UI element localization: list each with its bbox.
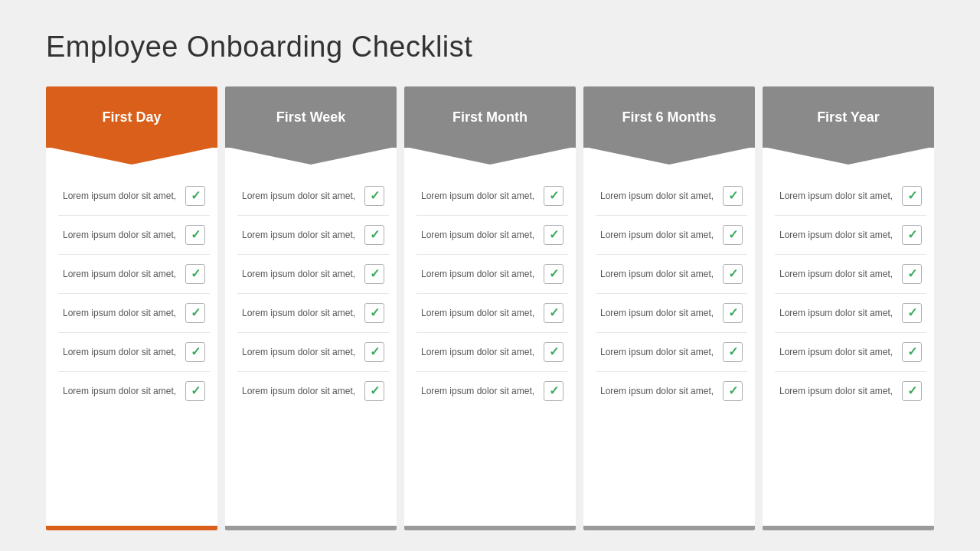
checkbox[interactable]: ✓ [902, 186, 922, 206]
item-text: Lorem ipsum dolor sit amet, [600, 190, 717, 203]
checkbox[interactable]: ✓ [544, 303, 564, 323]
column-header-first-week: First Week [225, 86, 397, 148]
checkmark-icon: ✓ [728, 307, 738, 319]
checkmark-icon: ✓ [191, 385, 201, 397]
checkmark-icon: ✓ [728, 346, 738, 358]
checkmark-icon: ✓ [191, 268, 201, 280]
column-body-first-day: Lorem ipsum dolor sit amet,✓Lorem ipsum … [46, 148, 217, 526]
checkbox[interactable]: ✓ [544, 381, 564, 401]
item-text: Lorem ipsum dolor sit amet, [242, 229, 358, 242]
checkmark-icon: ✓ [370, 268, 380, 280]
checkbox[interactable]: ✓ [723, 186, 743, 206]
column-footer-first-month [404, 526, 576, 530]
list-item: Lorem ipsum dolor sit amet,✓ [775, 372, 926, 410]
list-item: Lorem ipsum dolor sit amet,✓ [596, 177, 747, 216]
checkmark-icon: ✓ [370, 346, 380, 358]
checkmark-icon: ✓ [370, 229, 380, 241]
checkmark-icon: ✓ [370, 307, 380, 319]
checkbox[interactable]: ✓ [723, 303, 743, 323]
checkbox[interactable]: ✓ [185, 264, 205, 284]
checkbox[interactable]: ✓ [185, 186, 205, 206]
column-header-first-year: First Year [763, 86, 934, 148]
column-header-text-first-month: First Month [452, 109, 528, 126]
item-text: Lorem ipsum dolor sit amet, [600, 268, 717, 281]
list-item: Lorem ipsum dolor sit amet,✓ [775, 294, 926, 333]
checkmark-icon: ✓ [191, 190, 201, 202]
item-text: Lorem ipsum dolor sit amet, [63, 190, 179, 203]
item-text: Lorem ipsum dolor sit amet, [779, 229, 896, 242]
list-item: Lorem ipsum dolor sit amet,✓ [416, 372, 568, 410]
checkbox[interactable]: ✓ [902, 342, 922, 362]
item-text: Lorem ipsum dolor sit amet, [600, 385, 717, 398]
checkmark-icon: ✓ [907, 385, 917, 397]
checkmark-icon: ✓ [191, 307, 201, 319]
item-text: Lorem ipsum dolor sit amet, [242, 346, 358, 359]
list-item: Lorem ipsum dolor sit amet,✓ [237, 216, 389, 255]
item-text: Lorem ipsum dolor sit amet, [421, 307, 537, 320]
checkbox[interactable]: ✓ [364, 381, 384, 401]
list-item: Lorem ipsum dolor sit amet,✓ [58, 177, 210, 216]
checkmark-icon: ✓ [907, 229, 917, 241]
checkbox[interactable]: ✓ [544, 342, 564, 362]
checkbox[interactable]: ✓ [364, 303, 384, 323]
item-text: Lorem ipsum dolor sit amet, [779, 385, 896, 398]
checkbox[interactable]: ✓ [185, 381, 205, 401]
checkbox[interactable]: ✓ [723, 225, 743, 245]
item-text: Lorem ipsum dolor sit amet, [421, 346, 537, 359]
item-text: Lorem ipsum dolor sit amet, [63, 307, 179, 320]
column-footer-first-day [46, 526, 217, 530]
list-item: Lorem ipsum dolor sit amet,✓ [775, 255, 926, 294]
checkmark-icon: ✓ [191, 229, 201, 241]
checkbox[interactable]: ✓ [185, 303, 205, 323]
checkbox[interactable]: ✓ [185, 225, 205, 245]
checkbox[interactable]: ✓ [544, 264, 564, 284]
item-text: Lorem ipsum dolor sit amet, [421, 268, 537, 281]
list-item: Lorem ipsum dolor sit amet,✓ [416, 255, 568, 294]
column-body-first-month: Lorem ipsum dolor sit amet,✓Lorem ipsum … [404, 148, 576, 526]
list-item: Lorem ipsum dolor sit amet,✓ [596, 333, 747, 372]
checkmark-icon: ✓ [728, 385, 738, 397]
checkbox[interactable]: ✓ [185, 342, 205, 362]
list-item: Lorem ipsum dolor sit amet,✓ [775, 177, 926, 216]
column-footer-first-year [763, 526, 934, 530]
checkbox[interactable]: ✓ [723, 342, 743, 362]
column-body-first-week: Lorem ipsum dolor sit amet,✓Lorem ipsum … [225, 148, 397, 526]
checkbox[interactable]: ✓ [364, 225, 384, 245]
checkmark-icon: ✓ [370, 190, 380, 202]
column-first-year: First YearLorem ipsum dolor sit amet,✓Lo… [763, 86, 934, 530]
checkbox[interactable]: ✓ [544, 186, 564, 206]
checkmark-icon: ✓ [191, 346, 201, 358]
column-first-6months: First 6 MonthsLorem ipsum dolor sit amet… [583, 86, 755, 530]
checkbox[interactable]: ✓ [902, 303, 922, 323]
checkbox[interactable]: ✓ [902, 381, 922, 401]
checkmark-icon: ✓ [549, 229, 559, 241]
item-text: Lorem ipsum dolor sit amet, [242, 190, 358, 203]
checkbox[interactable]: ✓ [364, 186, 384, 206]
item-text: Lorem ipsum dolor sit amet, [600, 229, 717, 242]
column-header-text-first-year: First Year [817, 109, 880, 126]
list-item: Lorem ipsum dolor sit amet,✓ [237, 177, 389, 216]
checkmark-icon: ✓ [549, 385, 559, 397]
list-item: Lorem ipsum dolor sit amet,✓ [596, 255, 747, 294]
item-text: Lorem ipsum dolor sit amet, [779, 346, 896, 359]
column-body-first-year: Lorem ipsum dolor sit amet,✓Lorem ipsum … [763, 148, 934, 526]
column-header-text-first-week: First Week [276, 109, 346, 126]
checkbox[interactable]: ✓ [902, 264, 922, 284]
checkmark-icon: ✓ [907, 190, 917, 202]
checkmark-icon: ✓ [370, 385, 380, 397]
checkbox[interactable]: ✓ [544, 225, 564, 245]
item-text: Lorem ipsum dolor sit amet, [63, 346, 179, 359]
column-body-first-6months: Lorem ipsum dolor sit amet,✓Lorem ipsum … [583, 148, 755, 526]
checkbox[interactable]: ✓ [902, 225, 922, 245]
item-text: Lorem ipsum dolor sit amet, [421, 190, 537, 203]
list-item: Lorem ipsum dolor sit amet,✓ [58, 255, 210, 294]
checkbox[interactable]: ✓ [723, 381, 743, 401]
slide: Employee Onboarding Checklist First DayL… [0, 0, 980, 551]
checkbox[interactable]: ✓ [364, 342, 384, 362]
checkmark-icon: ✓ [907, 346, 917, 358]
list-item: Lorem ipsum dolor sit amet,✓ [416, 216, 568, 255]
list-item: Lorem ipsum dolor sit amet,✓ [237, 255, 389, 294]
checkbox[interactable]: ✓ [723, 264, 743, 284]
column-first-day: First DayLorem ipsum dolor sit amet,✓Lor… [46, 86, 217, 530]
checkbox[interactable]: ✓ [364, 264, 384, 284]
